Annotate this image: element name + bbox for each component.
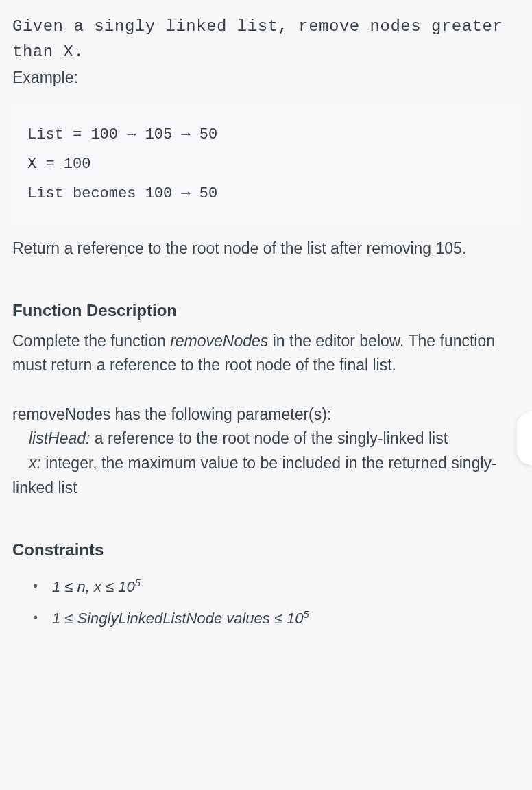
constraint-2: 1 ≤ SinglyLinkedListNode values ≤ 105 (33, 607, 520, 630)
parameters-block: removeNodes has the following parameter(… (12, 403, 520, 501)
param-listhead-desc: a reference to the root node of the sing… (90, 429, 448, 447)
param-listhead-name: listHead: (29, 429, 90, 447)
param-listhead: listHead: a reference to the root node o… (12, 427, 520, 451)
func-name: removeNodes (170, 332, 268, 350)
intro-code-line: Given a singly linked list, remove nodes… (12, 14, 520, 64)
constraint-1: 1 ≤ n, x ≤ 105 (33, 575, 520, 599)
constraint-1-text: 1 ≤ n, x ≤ 10 (52, 578, 135, 595)
constraint-1-sup: 5 (135, 577, 141, 588)
example-label: Example: (12, 66, 520, 91)
param-x-desc: integer, the maximum value to be include… (12, 454, 497, 496)
param-x-name: x: (29, 454, 41, 472)
constraints-heading: Constraints (12, 537, 520, 562)
constraints-list: 1 ≤ n, x ≤ 105 1 ≤ SinglyLinkedListNode … (12, 575, 520, 631)
problem-description: Given a singly linked list, remove nodes… (12, 14, 520, 630)
func-desc-pre: Complete the function (12, 332, 170, 350)
function-description-heading: Function Description (12, 298, 520, 323)
after-code-text: Return a reference to the root node of t… (12, 237, 520, 261)
params-lead: removeNodes has the following parameter(… (12, 403, 520, 427)
constraint-2-sup: 5 (304, 609, 309, 620)
function-description-body: Complete the function removeNodes in the… (12, 329, 520, 378)
example-codeblock: List = 100 → 105 → 50 X = 100 List becom… (12, 107, 520, 223)
floating-side-tab[interactable] (517, 411, 532, 465)
constraint-2-text: 1 ≤ SinglyLinkedListNode values ≤ 10 (52, 610, 304, 627)
param-x: x: integer, the maximum value to be incl… (12, 451, 520, 500)
